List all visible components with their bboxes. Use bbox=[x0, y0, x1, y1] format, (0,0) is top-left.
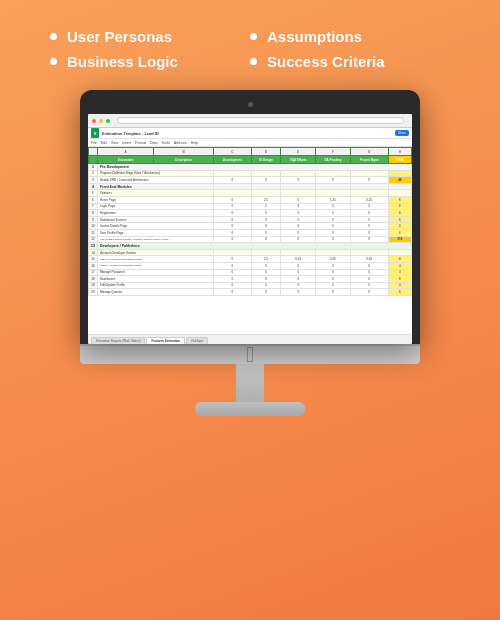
menu-help[interactable]: Help bbox=[191, 141, 198, 145]
sheet-tabs: Estimation Reports (Work Status) Feature… bbox=[88, 334, 412, 344]
spreadsheet-table: A B C D E F G H Estimatio bbox=[88, 147, 412, 296]
col-header-estimation: Estimation bbox=[97, 156, 153, 164]
section-label-pre-dev: Pre-Development bbox=[97, 164, 411, 171]
apple-logo-icon:  bbox=[80, 344, 420, 366]
table-row: 16 Sign In – Email/Social/Twitter/Google… bbox=[89, 262, 412, 269]
table-row: 8 Registration 0 0 0 0 0 8 bbox=[89, 210, 412, 217]
table-row: 11 User Profile Page 0 0 0 0 0 6 bbox=[89, 229, 412, 236]
bullet-item-business-logic: Business Logic bbox=[50, 53, 250, 70]
header-empty bbox=[89, 156, 98, 164]
sub-label-features: Features bbox=[97, 190, 213, 197]
row-num-preddev: 1 bbox=[89, 164, 98, 171]
table-row: 18 Dashboard 0 0 0 0 0 6 bbox=[89, 276, 412, 283]
bullet-item-assumptions: Assumptions bbox=[250, 28, 450, 45]
bullet-dot-1 bbox=[50, 33, 57, 40]
table-row: 20 Manage Queries 0 0 0 0 0 6 bbox=[89, 289, 412, 296]
sheets-toolbar: S Estimation Template - Lead ID Share bbox=[88, 128, 412, 139]
col-header-e: E bbox=[281, 148, 316, 156]
col-header-development: Development bbox=[213, 156, 251, 164]
col-header-a: A bbox=[97, 148, 153, 156]
section-header-pre-dev: 1 Pre-Development bbox=[89, 164, 412, 171]
imac-top-bar bbox=[88, 98, 412, 110]
imac-base bbox=[195, 402, 305, 416]
bullet-label-business-logic: Business Logic bbox=[67, 53, 178, 70]
sheet-tab-estimation-reports[interactable]: Estimation Reports (Work Status) bbox=[91, 337, 145, 344]
menu-insert[interactable]: Insert bbox=[122, 141, 131, 145]
browser-chrome bbox=[88, 114, 412, 128]
bullet-label-success-criteria: Success Criteria bbox=[267, 53, 385, 70]
bullet-item-success-criteria: Success Criteria bbox=[250, 53, 450, 70]
menu-format[interactable]: Format bbox=[135, 141, 146, 145]
spreadsheet-body: A B C D E F G H Estimatio bbox=[88, 147, 412, 334]
bullet-dot-3 bbox=[50, 58, 57, 65]
table-row: 10 Invoice Details Page 0 0 0 0 0 0 bbox=[89, 223, 412, 230]
imac-camera bbox=[248, 102, 253, 107]
table-row: 7 Login Page 0 0 0 0 0 6 bbox=[89, 203, 412, 210]
col-header-description: Description bbox=[154, 156, 214, 164]
bullet-dot-2 bbox=[250, 33, 257, 40]
sub-header-program-def: 2 Program Definition Stage (Idea / Wiref… bbox=[89, 170, 412, 177]
table-row: 17 Manage Password 0 0 0 0 0 4 bbox=[89, 269, 412, 276]
browser-close-dot bbox=[92, 119, 96, 123]
sheets-menu-bar: File Edit View Insert Format Data Tools … bbox=[88, 139, 412, 147]
col-header-h: H bbox=[388, 148, 411, 156]
imac-chin:  bbox=[80, 344, 420, 364]
sheet-tab-hubspot[interactable]: HubSpot bbox=[186, 337, 208, 344]
col-header-f: F bbox=[316, 148, 351, 156]
menu-addons[interactable]: Add-ons bbox=[174, 141, 187, 145]
browser-minimize-dot bbox=[99, 119, 103, 123]
col-header-rownum bbox=[89, 148, 98, 156]
col-header-total: TOTAL bbox=[388, 156, 411, 164]
menu-tools[interactable]: Tools bbox=[161, 141, 169, 145]
sub-label-program-def: Program Definition Stage (Idea / Wirefra… bbox=[97, 170, 213, 177]
section-header-frontend: 4 Front End Modules bbox=[89, 183, 412, 190]
sheets-logo-icon: S bbox=[91, 128, 99, 138]
imac-screen: S Estimation Template - Lead ID Share Fi… bbox=[88, 114, 412, 344]
spreadsheet-title: Estimation Template - Lead ID bbox=[102, 131, 159, 136]
col-header-c: C bbox=[213, 148, 251, 156]
bullet-dot-4 bbox=[250, 58, 257, 65]
browser-url-bar bbox=[117, 117, 404, 124]
menu-edit[interactable]: Edit bbox=[101, 141, 107, 145]
table-row: 19 Edit/Update Profile 0 0 0 0 0 4 bbox=[89, 282, 412, 289]
col-header-ba: BA Pending bbox=[316, 156, 351, 164]
section-label-frontend: Front End Modules bbox=[97, 183, 213, 190]
menu-view[interactable]: View bbox=[111, 141, 119, 145]
table-row: 3 Details ERD / Costs and Architecture 0… bbox=[89, 177, 412, 184]
bullet-label-user-personas: User Personas bbox=[67, 28, 172, 45]
menu-data[interactable]: Data bbox=[150, 141, 157, 145]
spreadsheet-container: S Estimation Template - Lead ID Share Fi… bbox=[88, 114, 412, 344]
col-header-g: G bbox=[350, 148, 388, 156]
row-arch: Details ERD / Costs and Architecture bbox=[97, 177, 213, 184]
browser-maximize-dot bbox=[106, 119, 110, 123]
table-row: 6 Home Page 0 2.5 0 1.25 0.25 6 bbox=[89, 196, 412, 203]
imac-screen-outer: S Estimation Template - Lead ID Share Fi… bbox=[80, 90, 420, 344]
col-header-pm: Project Mgmt bbox=[350, 156, 388, 164]
bullet-label-assumptions: Assumptions bbox=[267, 28, 362, 45]
share-button[interactable]: Share bbox=[395, 130, 409, 136]
col-header-ui-design: UI Design bbox=[251, 156, 281, 164]
col-header-vqa: VQA Efforts bbox=[281, 156, 316, 164]
sheet-tab-features[interactable]: Features Estimation bbox=[146, 337, 185, 344]
col-header-b: B bbox=[154, 148, 214, 156]
sub-label-account-dev: Account Developer Section bbox=[97, 249, 213, 256]
sub-header-account-dev: 14 Account Developer Section bbox=[89, 249, 412, 256]
menu-file[interactable]: File bbox=[91, 141, 97, 145]
table-row: 9 Dashboard Screens 0 0 0 0 0 6 bbox=[89, 216, 412, 223]
imac-neck bbox=[236, 364, 264, 402]
bullet-item-user-personas: User Personas bbox=[50, 28, 250, 45]
table-row: 15 Sign Up – Email/Social/Twitter/Google… bbox=[89, 256, 412, 263]
section-label-dev: Developers / Publishers bbox=[97, 243, 411, 250]
section-header-dev: 13 Developers / Publishers bbox=[89, 243, 412, 250]
bullet-grid: User Personas Assumptions Business Logic… bbox=[0, 0, 500, 80]
col-header-d: D bbox=[251, 148, 281, 156]
imac-monitor: S Estimation Template - Lead ID Share Fi… bbox=[80, 90, 420, 416]
table-row: 12 CRM Project Status Support, Contract,… bbox=[89, 236, 412, 243]
sub-header-features: 5 Features bbox=[89, 190, 412, 197]
